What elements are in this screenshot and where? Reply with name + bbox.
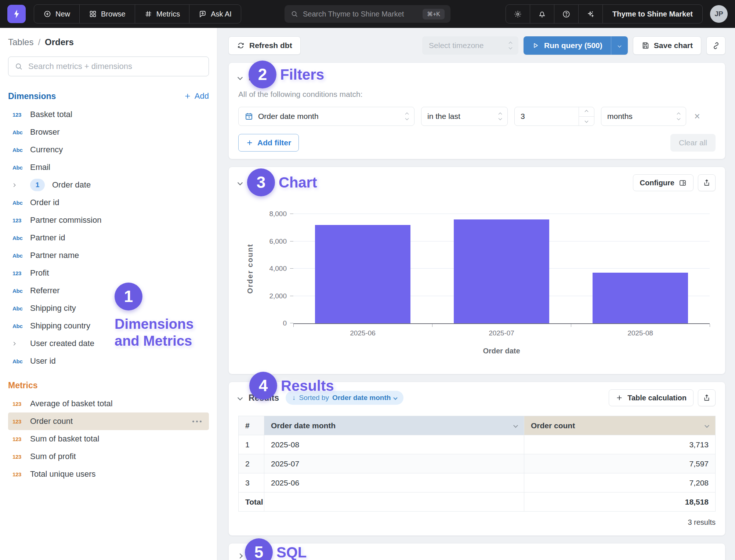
sidebar-dimension-item[interactable]: AbcShipping country xyxy=(8,317,209,335)
stepper-up-button[interactable] xyxy=(579,107,594,117)
field-label: Sum of profit xyxy=(30,452,203,461)
explore-sidebar: Tables / Orders Dimensions Add 123Basket… xyxy=(0,28,217,560)
export-chart-button[interactable] xyxy=(698,174,716,191)
sidebar-dimension-item[interactable]: AbcEmail xyxy=(8,159,209,176)
sidebar-metric-item[interactable]: 123Sum of profit xyxy=(8,448,209,465)
sidebar-dimension-item[interactable]: AbcPartner id xyxy=(8,229,209,247)
metrics-button[interactable]: Metrics xyxy=(135,5,189,23)
save-chart-label: Save chart xyxy=(654,41,693,50)
collapse-chevron-icon[interactable] xyxy=(238,396,242,400)
add-filter-button[interactable]: Add filter xyxy=(238,134,299,152)
plus-icon xyxy=(184,92,191,100)
column-header-dimension[interactable]: Order date month xyxy=(264,416,524,435)
sidebar-dimension-item[interactable]: AbcReferrer xyxy=(8,282,209,299)
sidebar-dimension-item[interactable]: AbcShipping city xyxy=(8,299,209,317)
ai-sparkles-button[interactable] xyxy=(578,5,602,23)
collapse-chevron-icon[interactable] xyxy=(238,76,242,79)
y-tick-mark xyxy=(290,296,293,296)
remove-filter-button[interactable]: × xyxy=(694,112,700,121)
sidebar-dimension-item[interactable]: AbcBrowser xyxy=(8,123,209,141)
sidebar-metric-item[interactable]: 123Sum of basket total xyxy=(8,430,209,448)
field-label: Currency xyxy=(30,145,203,154)
run-query-label: Run query (500) xyxy=(544,41,602,50)
sidebar-metric-item[interactable]: 123Order count xyxy=(8,412,209,430)
sidebar-dimension-item[interactable]: AbcPartner name xyxy=(8,247,209,264)
user-avatar[interactable]: JP xyxy=(710,5,728,23)
global-search[interactable]: ⌘+K xyxy=(285,5,450,23)
metric-cell[interactable]: 3,713 xyxy=(524,435,716,454)
collapse-chevron-icon[interactable] xyxy=(238,181,242,185)
org-name-button[interactable]: Thyme to Shine Market xyxy=(602,5,702,23)
chart-card-header[interactable]: Chart Configure xyxy=(238,174,716,191)
field-label: Order date xyxy=(52,180,203,190)
fields-search[interactable] xyxy=(8,57,209,76)
row-index-cell[interactable]: 2 xyxy=(239,454,264,473)
dimension-cell[interactable]: 2025-06 xyxy=(264,473,524,492)
sidebar-metric-item[interactable]: 123Total unique users xyxy=(8,465,209,483)
help-button[interactable] xyxy=(554,5,578,23)
collapse-chevron-icon[interactable] xyxy=(238,554,242,558)
sidebar-dimension-item[interactable]: 123Profit xyxy=(8,264,209,282)
filters-card-header[interactable]: Filters xyxy=(238,70,716,85)
metric-cell[interactable]: 7,597 xyxy=(524,454,716,473)
row-index-cell[interactable]: 1 xyxy=(239,435,264,454)
sidebar-dimension-item[interactable]: AbcCurrency xyxy=(8,141,209,159)
avatar-initials: JP xyxy=(714,10,723,18)
global-search-input[interactable] xyxy=(303,10,418,18)
chevron-down-icon[interactable] xyxy=(705,423,709,428)
filter-field-select[interactable]: Order date month xyxy=(238,107,414,126)
notifications-button[interactable] xyxy=(530,5,554,23)
save-chart-button[interactable]: Save chart xyxy=(633,36,701,55)
string-type-icon: Abc xyxy=(12,147,30,153)
run-query-button[interactable]: Run query (500) xyxy=(524,36,611,55)
configure-button[interactable]: Configure xyxy=(633,174,694,191)
metric-cell[interactable]: 7,208 xyxy=(524,473,716,492)
add-dimension-button[interactable]: Add xyxy=(184,91,209,101)
run-query-dropdown-button[interactable] xyxy=(611,36,628,55)
settings-button[interactable] xyxy=(506,5,530,23)
fields-search-input[interactable] xyxy=(28,62,203,71)
results-card-header[interactable]: Results ↓ Sorted by Order date month Tab… xyxy=(238,389,716,406)
app-logo[interactable] xyxy=(7,5,26,23)
share-link-button[interactable] xyxy=(706,36,725,55)
chevron-down-icon[interactable] xyxy=(513,423,518,428)
filter-value-input[interactable] xyxy=(515,112,579,121)
sql-card-header[interactable]: SQL xyxy=(238,549,716,560)
chevron-right-icon[interactable] xyxy=(12,184,30,186)
x-tick-mark xyxy=(293,324,294,327)
refresh-dbt-button[interactable]: Refresh dbt xyxy=(228,36,301,55)
filter-unit-select[interactable]: months xyxy=(601,107,686,126)
sidebar-dimension-item[interactable]: User created date xyxy=(8,335,209,352)
explore-main: Refresh dbt Select timezone Run query (5… xyxy=(217,28,735,560)
row-index-cell[interactable]: 3 xyxy=(239,473,264,492)
ask-ai-label: Ask AI xyxy=(211,10,232,18)
dimension-cell[interactable]: 2025-07 xyxy=(264,454,524,473)
sidebar-dimension-item[interactable]: 123Partner commission xyxy=(8,211,209,229)
panel-icon xyxy=(679,179,687,187)
stepper-down-button[interactable] xyxy=(579,117,594,126)
filters-condition-text: All of the following conditions match: xyxy=(238,90,716,99)
sidebar-dimension-item[interactable]: 1Order date xyxy=(8,176,209,194)
table-calculation-label: Table calculation xyxy=(627,394,687,402)
timezone-select[interactable]: Select timezone xyxy=(422,36,518,55)
sorted-by-pill[interactable]: ↓ Sorted by Order date month xyxy=(286,391,403,405)
table-calculation-button[interactable]: Table calculation xyxy=(609,389,694,406)
sidebar-dimension-item[interactable]: AbcOrder id xyxy=(8,194,209,211)
number-type-icon: 123 xyxy=(12,270,30,276)
overflow-menu-icon[interactable] xyxy=(196,421,198,422)
dimension-cell[interactable]: 2025-08 xyxy=(264,435,524,454)
sidebar-metric-item[interactable]: 123Average of basket total xyxy=(8,395,209,412)
new-button[interactable]: New xyxy=(34,5,79,23)
clear-all-button[interactable]: Clear all xyxy=(670,134,716,152)
breadcrumb-tables-link[interactable]: Tables xyxy=(8,37,33,47)
sidebar-dimension-item[interactable]: AbcUser id xyxy=(8,352,209,370)
filter-operator-select[interactable]: in the last xyxy=(421,107,508,126)
browse-button[interactable]: Browse xyxy=(79,5,135,23)
column-header-metric[interactable]: Order count xyxy=(524,416,716,435)
export-results-button[interactable] xyxy=(698,389,716,406)
number-type-icon: 123 xyxy=(12,471,30,477)
ask-ai-button[interactable]: Ask AI xyxy=(189,5,241,23)
sidebar-dimension-item[interactable]: 123Basket total xyxy=(8,106,209,123)
chevron-right-icon[interactable] xyxy=(12,342,30,345)
filters-card: Filters All of the following conditions … xyxy=(228,62,725,159)
